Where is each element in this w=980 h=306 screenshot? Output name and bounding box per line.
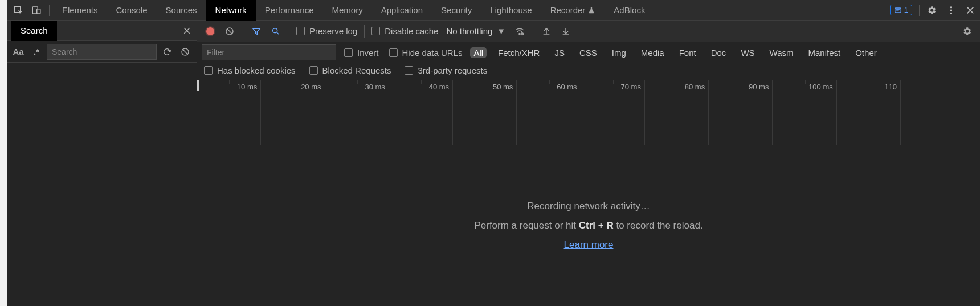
third-party-label: 3rd-party requests [418,66,487,75]
refresh-search-icon[interactable] [159,44,175,60]
timeline-tick: 110 [197,80,901,145]
type-chip-media[interactable]: Media [638,47,668,58]
svg-point-8 [950,12,952,14]
import-har-icon[interactable] [557,23,574,40]
throttling-value: No throttling [446,26,492,36]
drawer-tab-label: Search [21,26,48,35]
empty-text: Perform a request or hit [474,220,578,231]
close-devtools-icon[interactable] [961,0,980,21]
type-chip-ws[interactable]: WS [737,47,758,58]
type-chip-other[interactable]: Other [852,47,880,58]
filter-input[interactable] [202,44,336,60]
throttling-dropdown[interactable]: No throttling ▼ [443,26,509,36]
checkbox-box-icon [389,48,398,57]
empty-kbd: Ctrl + R [579,220,614,231]
empty-text: to record the reload. [614,220,703,231]
invert-checkbox[interactable]: Invert [342,48,381,58]
tab-recorder[interactable]: Recorder [541,0,605,21]
experiment-flask-icon [587,6,595,14]
network-toolbar: Preserve log Disable cache No throttling… [197,21,980,42]
type-chip-manifest[interactable]: Manifest [805,47,844,58]
learn-more-link[interactable]: Learn more [564,239,614,251]
device-toolbar-icon[interactable] [27,0,46,21]
kebab-menu-icon[interactable] [941,0,961,21]
type-chip-doc[interactable]: Doc [708,47,730,58]
timeline-overview[interactable]: 10 ms20 ms30 ms40 ms50 ms60 ms70 ms80 ms… [197,80,980,145]
type-chip-fetchxhr[interactable]: Fetch/XHR [495,47,543,58]
inspect-element-icon[interactable] [9,0,27,21]
tab-security[interactable]: Security [432,0,481,21]
tab-label: Security [441,5,472,15]
type-chip-all[interactable]: All [470,47,487,58]
tab-sources[interactable]: Sources [157,0,206,21]
caret-down-icon: ▼ [497,26,505,36]
separator [533,25,533,38]
tab-label: Memory [332,5,363,15]
tab-lighthouse[interactable]: Lighthouse [481,0,541,21]
regex-toggle[interactable]: .* [28,44,44,60]
search-toggle-icon[interactable] [267,23,284,40]
tab-label: AdBlock [614,5,645,15]
empty-line1: Recording network activity… [527,201,650,212]
search-input[interactable] [47,44,157,60]
drawer-tabstrip: Search [7,21,197,41]
tab-adblock[interactable]: AdBlock [605,0,654,21]
svg-line-19 [277,32,279,34]
close-drawer-icon[interactable] [177,21,197,41]
svg-point-21 [521,32,524,35]
tab-network[interactable]: Network [206,0,256,21]
tab-label: Sources [166,5,197,15]
type-chip-wasm[interactable]: Wasm [766,47,797,58]
panel-tabs: ElementsConsoleSourcesNetworkPerformance… [53,0,654,21]
svg-rect-2 [37,9,40,13]
blocked-requests-checkbox[interactable]: Blocked Requests [307,66,394,75]
page-gutter [0,0,7,306]
tab-label: Elements [62,5,98,15]
match-case-toggle[interactable]: Aa [10,44,26,60]
type-chip-js[interactable]: JS [551,47,568,58]
checkbox-box-icon [344,48,353,57]
separator [49,5,50,16]
separator [919,5,920,16]
svg-rect-3 [895,7,901,12]
type-chip-font[interactable]: Font [676,47,700,58]
issues-count: 1 [904,6,908,14]
record-button[interactable] [202,23,219,40]
resource-type-chips: AllFetch/XHRJSCSSImgMediaFontDocWSWasmMa… [470,47,880,58]
tab-elements[interactable]: Elements [53,0,107,21]
svg-point-7 [950,9,952,11]
devtools-content: Search Aa .* [7,21,980,306]
timeline-ticks: 10 ms20 ms30 ms40 ms50 ms60 ms70 ms80 ms… [197,80,980,145]
svg-marker-17 [253,28,260,34]
type-chip-css[interactable]: CSS [576,47,601,58]
network-filter-bar: Invert Hide data URLs AllFetch/XHRJSCSSI… [197,42,980,63]
third-party-checkbox[interactable]: 3rd-party requests [402,66,489,75]
clear-log-icon[interactable] [221,23,238,40]
network-panel: Preserve log Disable cache No throttling… [197,21,980,306]
blocked-cookies-checkbox[interactable]: Has blocked cookies [202,66,298,75]
tab-label: Lighthouse [490,5,532,15]
network-conditions-icon[interactable] [511,23,528,40]
search-drawer: Search Aa .* [7,21,197,306]
drawer-tab-search[interactable]: Search [11,21,57,41]
settings-gear-icon[interactable] [922,0,941,21]
hide-data-urls-checkbox[interactable]: Hide data URLs [387,48,465,58]
tab-application[interactable]: Application [372,0,432,21]
filter-toggle-icon[interactable] [248,23,265,40]
type-chip-img[interactable]: Img [609,47,630,58]
devtools-window: ElementsConsoleSourcesNetworkPerformance… [7,0,980,306]
tab-performance[interactable]: Performance [256,0,323,21]
search-controls: Aa .* [7,41,197,63]
clear-search-icon[interactable] [177,44,193,60]
disable-cache-checkbox[interactable]: Disable cache [369,26,440,36]
tab-console[interactable]: Console [107,0,157,21]
preserve-log-checkbox[interactable]: Preserve log [294,26,360,36]
svg-line-16 [227,28,232,34]
svg-line-14 [182,49,187,54]
issues-indicator[interactable]: 1 [890,5,912,15]
tab-memory[interactable]: Memory [323,0,372,21]
network-settings-gear-icon[interactable] [958,23,975,40]
separator [289,25,289,38]
disable-cache-label: Disable cache [385,26,438,36]
export-har-icon[interactable] [538,23,555,40]
